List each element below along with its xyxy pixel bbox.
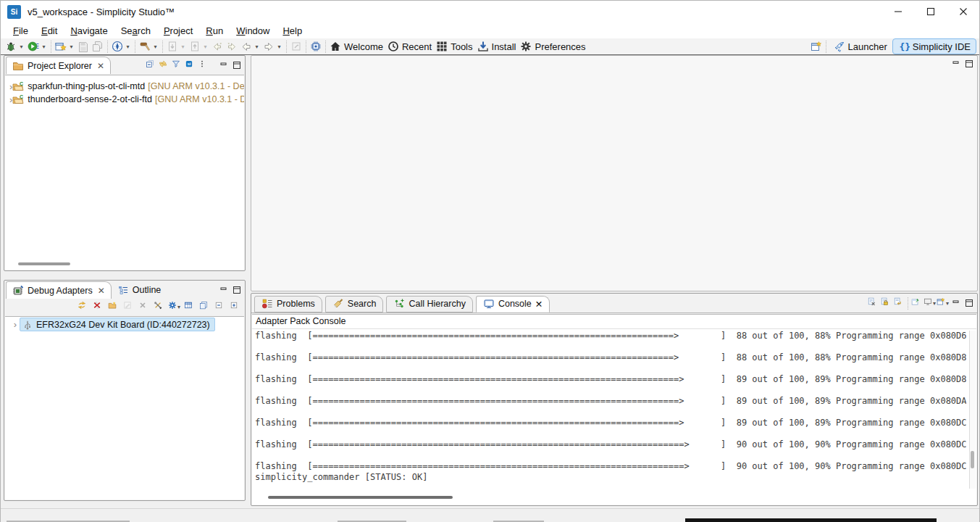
horizontal-scrollbar[interactable] [255,496,966,499]
dropdown-arrow-icon[interactable] [177,304,181,310]
dropdown-arrow-icon[interactable] [276,44,282,50]
build-button[interactable] [138,39,160,54]
recent-button[interactable]: Recent [386,39,435,54]
menu-run[interactable]: Run [199,24,230,38]
studio-view-button[interactable]: si [184,59,197,72]
menu-navigate[interactable]: Navigate [64,24,114,38]
device-tools-button[interactable] [153,300,166,313]
dropdown-arrow-icon[interactable] [68,44,75,50]
close-window-button[interactable] [947,1,979,22]
delete-button[interactable] [138,300,151,313]
close-icon[interactable]: ✕ [535,299,543,310]
menu-edit[interactable]: Edit [35,24,64,38]
maximize-window-button[interactable] [914,1,947,22]
menu-file[interactable]: File [7,24,35,38]
clear-console-button[interactable] [866,297,879,310]
tools-button[interactable]: Tools [435,39,475,54]
debug-button[interactable] [4,39,26,54]
collapse-all-button[interactable] [214,300,227,313]
display-console-button[interactable] [924,297,937,310]
pin-console-button[interactable] [910,297,924,310]
maximize-view-button[interactable] [963,297,976,310]
pin-editor-icon [290,41,302,52]
project-row[interactable]: › C sparkfun-thing-plus-ot-cli-mtd [GNU … [5,80,244,93]
menu-help[interactable]: Help [276,24,309,38]
scrollbar-thumb[interactable] [971,451,974,468]
go-into-button[interactable] [225,39,239,54]
tab-search[interactable]: Search [325,296,384,312]
launcher-perspective-button[interactable]: Launcher [829,39,892,54]
new-wizard-button[interactable] [54,39,76,54]
selected-adapter[interactable]: EFR32xG24 Dev Kit Board (ID:440272723) [20,318,215,331]
rename-button[interactable] [122,300,135,313]
chevron-right-icon[interactable]: › [11,319,20,330]
install-button[interactable]: Install [476,39,519,54]
expand-all-button[interactable] [229,300,242,313]
dropdown-arrow-icon[interactable] [41,44,47,50]
dropdown-arrow-icon[interactable] [202,44,209,50]
project-row[interactable]: › C thunderboard-sense-2-ot-cli-ftd [GNU… [5,93,244,106]
open-perspective-button[interactable] [809,39,824,54]
close-icon[interactable]: ✕ [97,61,104,71]
dropdown-arrow-icon[interactable] [152,44,159,50]
close-icon[interactable]: ✕ [98,286,105,296]
next-annotation-button[interactable] [165,39,188,54]
simplicity-ide-perspective-button[interactable]: {}Simplicity IDE [892,38,976,54]
word-wrap-icon [893,297,905,309]
save-button[interactable] [76,39,91,54]
tab-problems[interactable]: Problems [254,296,322,312]
target-browser-button[interactable] [110,39,133,54]
horizontal-scrollbar[interactable] [18,262,70,265]
copy-view-button[interactable] [198,300,212,313]
save-all-button[interactable] [91,39,105,54]
menu-search[interactable]: Search [114,24,157,38]
disconnect-button[interactable] [92,300,105,313]
vertical-scrollbar[interactable] [969,331,976,489]
dropdown-arrow-icon[interactable] [254,44,260,50]
minimize-view-button[interactable] [950,57,963,70]
console-output[interactable]: flashing [==============================… [255,331,966,489]
previous-annotation-button[interactable] [188,39,210,54]
dropdown-arrow-icon[interactable] [125,44,131,50]
maximize-view-button[interactable] [230,59,243,72]
tab-console[interactable]: Console ✕ [476,296,550,312]
scroll-lock-button[interactable] [879,297,892,310]
usb-icon [22,319,33,331]
minimize-view-button[interactable] [217,59,230,72]
maximize-view-button[interactable] [230,283,243,297]
maximize-view-button[interactable] [963,57,976,70]
adapter-row[interactable]: › EFR32xG24 Dev Kit Board (ID:440272723) [11,318,244,331]
back-button[interactable] [239,39,261,54]
open-console-button[interactable] [937,297,950,310]
tab-call-hierarchy[interactable]: Call Hierarchy [386,296,473,312]
word-wrap-button[interactable] [892,297,905,310]
menu-project[interactable]: Project [157,24,199,38]
filter-button[interactable] [171,59,184,72]
link-with-editor-button[interactable] [158,59,171,72]
adapter-settings-button[interactable] [168,300,181,313]
console-line: flashing [==============================… [255,396,966,407]
view-menu-button[interactable] [197,59,210,72]
scrollbar-thumb[interactable] [268,496,453,499]
last-edit-location-button[interactable] [210,39,225,54]
collapse-all-button[interactable] [145,59,158,72]
minimize-window-button[interactable] [881,1,914,22]
welcome-button[interactable]: Welcome [328,39,386,54]
forward-button[interactable] [261,39,284,54]
flash-programmer-button[interactable] [309,39,323,54]
window-title: v5_workspace - Simplicity Studio™ [28,7,175,17]
tab-outline[interactable]: Outline [112,281,167,299]
connect-button[interactable] [77,300,90,313]
tab-debug-adapters[interactable]: Debug Adapters ✕ [6,281,112,299]
pin-editor-button[interactable] [289,39,303,54]
new-group-button[interactable] [107,300,120,313]
tab-project-explorer[interactable]: Project Explorer ✕ [6,57,111,74]
columns-button[interactable] [183,300,196,313]
dropdown-arrow-icon[interactable] [18,44,25,50]
menu-window[interactable]: Window [230,24,276,38]
minimize-view-button[interactable] [217,283,230,297]
run-button[interactable] [26,39,49,54]
minimize-view-button[interactable] [950,297,963,310]
dropdown-arrow-icon[interactable] [180,44,186,50]
preferences-button[interactable]: Preferences [519,39,588,54]
